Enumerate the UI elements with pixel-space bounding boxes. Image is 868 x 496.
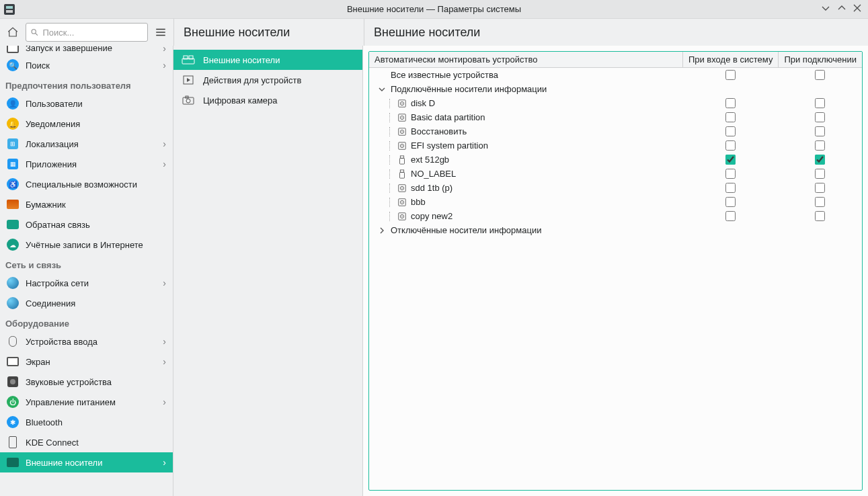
power-icon: ⏻ xyxy=(7,396,19,408)
camera-icon xyxy=(182,95,195,106)
automount-login-checkbox[interactable] xyxy=(725,169,736,179)
col-attach[interactable]: При подключении xyxy=(779,52,862,68)
table-row[interactable]: ext 512gb xyxy=(369,153,862,167)
col-device[interactable]: Автоматически монтировать устройство xyxy=(369,52,682,68)
automount-login-checkbox[interactable] xyxy=(725,112,736,122)
search-field[interactable] xyxy=(26,23,148,42)
table-row[interactable]: Basic data partition xyxy=(369,110,862,124)
sidebar-item[interactable]: ▦Приложения› xyxy=(0,154,173,174)
chevron-right-icon[interactable] xyxy=(377,226,387,235)
sidebar-item[interactable]: 👤Пользователи xyxy=(0,93,173,114)
subnav-item[interactable]: Внешние носители xyxy=(173,50,362,70)
tree-line xyxy=(389,183,392,193)
home-button[interactable] xyxy=(4,24,22,41)
maximize-button[interactable] xyxy=(837,3,846,15)
automount-attach-checkbox[interactable] xyxy=(815,70,825,80)
table-row[interactable]: bbb xyxy=(369,195,862,209)
svg-point-33 xyxy=(401,216,402,216)
automount-login-checkbox[interactable] xyxy=(725,70,736,80)
table-row[interactable]: disk D xyxy=(369,96,862,110)
globe-icon xyxy=(7,297,19,309)
table-row[interactable]: EFI system partition xyxy=(369,138,862,153)
sidebar-item[interactable]: ⊞Локализация› xyxy=(0,134,173,154)
sidebar-item-label: Запуск и завершение xyxy=(26,46,156,53)
sidebar-item-search[interactable]: 🔍 Поиск › xyxy=(0,55,173,75)
automount-attach-checkbox[interactable] xyxy=(815,197,825,207)
harddisk-icon xyxy=(397,183,407,193)
automount-attach-checkbox[interactable] xyxy=(815,155,825,165)
sidebar-item[interactable]: 🔔Уведомления xyxy=(0,114,173,134)
window-title: Внешние носители — Параметры системы xyxy=(0,4,868,14)
sidebar-item[interactable]: Звуковые устройства xyxy=(0,372,173,392)
automount-attach-checkbox[interactable] xyxy=(815,169,825,179)
automount-login-checkbox[interactable] xyxy=(725,155,736,165)
table-row[interactable]: Восстановить xyxy=(369,124,862,138)
sidebar-item[interactable]: KDE Connect xyxy=(0,432,173,452)
svg-point-27 xyxy=(401,188,402,188)
col-login[interactable]: При входе в систему xyxy=(682,52,778,68)
automount-attach-checkbox[interactable] xyxy=(815,126,825,136)
apps-icon: ▦ xyxy=(7,158,19,170)
automount-login-checkbox[interactable] xyxy=(725,211,736,221)
drive-icon xyxy=(182,54,195,65)
chevron-right-icon: › xyxy=(163,159,166,169)
svg-rect-23 xyxy=(400,169,403,172)
online-icon: ☁ xyxy=(7,239,19,251)
table-row[interactable]: Подключённые носители информации xyxy=(369,82,862,96)
automount-login-checkbox[interactable] xyxy=(725,126,736,136)
device-table: Автоматически монтировать устройство При… xyxy=(369,52,862,237)
device-label: Восстановить xyxy=(411,126,467,136)
sidebar-item-label: Устройства ввода xyxy=(26,337,156,347)
subnav: Внешние носителиДействия для устройствЦи… xyxy=(173,46,363,496)
svg-point-20 xyxy=(401,145,402,146)
chevron-right-icon: › xyxy=(163,336,166,347)
subnav-item[interactable]: Цифровая камера xyxy=(173,90,362,110)
sidebar-item[interactable]: ⏻Управление питанием› xyxy=(0,392,173,412)
automount-login-checkbox[interactable] xyxy=(725,98,736,108)
automount-attach-checkbox[interactable] xyxy=(815,183,825,193)
automount-attach-checkbox[interactable] xyxy=(815,211,825,221)
menu-button[interactable] xyxy=(152,24,169,41)
automount-attach-checkbox[interactable] xyxy=(815,140,825,151)
sidebar-item-label: Приложения xyxy=(26,159,156,169)
table-row[interactable]: Все известные устройства xyxy=(369,68,862,83)
close-button[interactable] xyxy=(853,4,861,14)
sidebar-item[interactable]: Устройства ввода› xyxy=(0,331,173,352)
harddisk-icon xyxy=(397,113,407,122)
sidebar-item[interactable]: ✱Bluetooth xyxy=(0,412,173,432)
sidebar-item[interactable]: Настройка сети› xyxy=(0,273,173,293)
sidebar-item[interactable]: Соединения xyxy=(0,293,173,313)
startup-icon xyxy=(7,46,19,54)
chevron-down-icon[interactable] xyxy=(377,85,387,93)
chevron-right-icon: › xyxy=(163,138,166,149)
sidebar[interactable]: Запуск и завершение › 🔍 Поиск › Предпочт… xyxy=(0,46,173,496)
sidebar-item[interactable]: ♿Специальные возможности xyxy=(0,174,173,194)
svg-point-11 xyxy=(401,103,402,104)
users-icon: 👤 xyxy=(7,97,19,110)
automount-login-checkbox[interactable] xyxy=(725,197,736,207)
automount-login-checkbox[interactable] xyxy=(725,140,736,151)
automount-attach-checkbox[interactable] xyxy=(815,98,825,108)
table-row[interactable]: sdd 1tb (p) xyxy=(369,181,862,195)
sidebar-item[interactable]: Обратная связь xyxy=(0,214,173,235)
automount-attach-checkbox[interactable] xyxy=(815,112,825,122)
search-input[interactable] xyxy=(42,28,143,38)
device-label: Подключённые носители информации xyxy=(391,84,547,94)
sidebar-item[interactable]: Бумажник xyxy=(0,194,173,214)
subnav-item[interactable]: Действия для устройств xyxy=(173,70,362,90)
sidebar-item[interactable]: Внешние носители› xyxy=(0,452,173,472)
table-body: Все известные устройстваПодключённые нос… xyxy=(369,68,862,238)
sidebar-item[interactable]: Экран› xyxy=(0,352,173,372)
globe-icon xyxy=(7,277,19,289)
table-row[interactable]: Отключённые носители информации xyxy=(369,223,862,237)
minimize-button[interactable] xyxy=(821,3,830,15)
sidebar-item[interactable]: ☁Учётные записи в Интернете xyxy=(0,235,173,255)
hamburger-icon xyxy=(155,26,167,38)
table-row[interactable]: NO_LABEL xyxy=(369,167,862,181)
titlebar: Внешние носители — Параметры системы xyxy=(0,0,868,19)
automount-login-checkbox[interactable] xyxy=(725,183,736,193)
table-row[interactable]: copy new2 xyxy=(369,209,862,223)
sidebar-item-startup[interactable]: Запуск и завершение › xyxy=(0,46,173,55)
wallet-icon xyxy=(7,198,19,210)
tree-line xyxy=(389,155,392,165)
